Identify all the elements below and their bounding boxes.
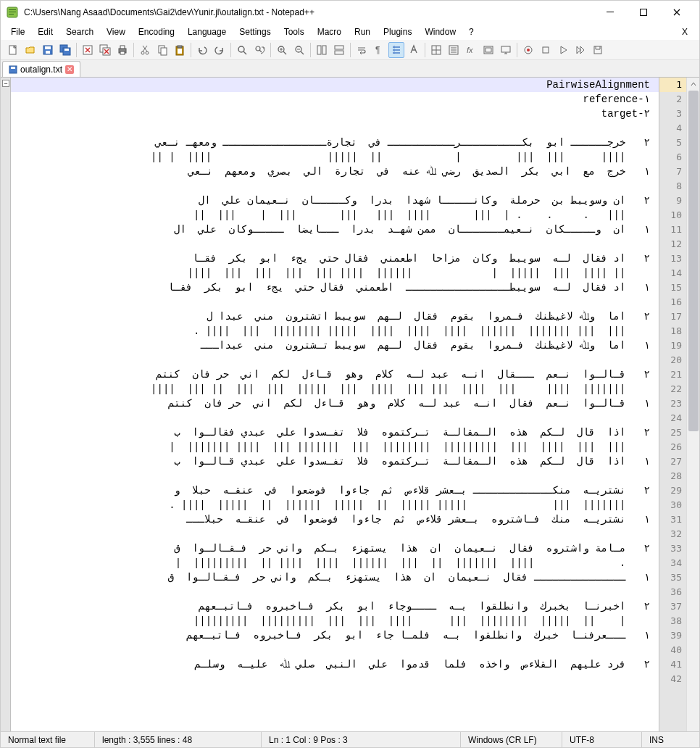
text-line[interactable]: [11, 643, 659, 657]
status-ins[interactable]: INS: [642, 732, 699, 747]
text-line[interactable]: reference-١: [11, 92, 659, 107]
text-line[interactable]: ٢ قـالـوا نـعم ـــقال انـه عبد لـه كلام …: [11, 367, 659, 382]
undo-icon[interactable]: [194, 42, 210, 58]
zoom-out-icon[interactable]: [291, 42, 307, 58]
menu-search[interactable]: Search: [60, 25, 99, 38]
scrollbar-thumb[interactable]: [688, 91, 699, 431]
minimize-button[interactable]: [593, 1, 627, 23]
menu-file[interactable]: File: [5, 25, 30, 38]
menu-edit[interactable]: Edit: [32, 25, 59, 38]
text-line[interactable]: ١ ـــعرفنـا خبرك وانطلقوا بـه فلمـا جاء …: [11, 628, 659, 643]
menu-settings[interactable]: Settings: [233, 25, 276, 38]
text-line[interactable]: ||||||| ||| ||||| ||||| || ||||| |||||| …: [11, 498, 659, 512]
text-line[interactable]: ||||||| |||| ||| |||| ||| ||| |||| ||| |…: [11, 382, 659, 396]
text-line[interactable]: [11, 121, 659, 136]
text-line[interactable]: ٢ اذا قال لـكم هذه الـمقالـة تـركتموه فل…: [11, 425, 659, 440]
text-line[interactable]: ٢ خرجــــــ ابو بكــــــــــرـــــــــــ…: [11, 136, 659, 150]
text-line[interactable]: ٢ نشتريـه منكـــــــــــــ بـعشر قلاءص ث…: [11, 483, 659, 498]
menu-tools[interactable]: Tools: [278, 25, 310, 38]
sync-v-icon[interactable]: [314, 42, 330, 58]
tab-outalign[interactable]: outalign.txt ✕: [2, 61, 80, 77]
text-line[interactable]: [11, 585, 659, 599]
paste-icon[interactable]: [172, 42, 188, 58]
open-file-icon[interactable]: [22, 42, 38, 58]
text-line[interactable]: ٢ اخبرنـا بخبرك وانطلقوا بـه ــــوجاء اب…: [11, 599, 659, 614]
doc-list-icon[interactable]: [446, 42, 462, 58]
menu-run[interactable]: Run: [349, 25, 376, 38]
text-line[interactable]: [11, 527, 659, 541]
monitor-icon[interactable]: [498, 42, 514, 58]
print-icon[interactable]: [114, 42, 130, 58]
sync-h-icon[interactable]: [331, 42, 347, 58]
text-line[interactable]: ٢ اما وﷲ لاغيظنك فـمروا بقوم فقال لـهم س…: [11, 309, 659, 324]
text-line[interactable]: ٢ مـامة واشتروه فقال نـعيمان ان هذا يسته…: [11, 541, 659, 556]
user-lang-icon[interactable]: [406, 42, 422, 58]
text-line[interactable]: | || ||||| |||||||| ||| |||| ||| ||| |||…: [11, 614, 659, 628]
text-line[interactable]: [11, 179, 659, 194]
text-line[interactable]: [11, 411, 659, 425]
redo-icon[interactable]: [212, 42, 228, 58]
text-line[interactable]: [11, 672, 659, 686]
text-area[interactable]: PairwiseAlignmentreference-١target-٢٢ خر…: [11, 78, 659, 743]
close-button[interactable]: [660, 1, 693, 23]
text-line[interactable]: [11, 237, 659, 252]
text-line[interactable]: ١ خرج مع ابي بكر الصديق رضي ﷲ عنه في تجا…: [11, 165, 659, 179]
new-file-icon[interactable]: [5, 42, 21, 58]
text-line[interactable]: ٢ ان وسويبط بن حرملة وكانـــــا شهدا بدر…: [11, 194, 659, 208]
stop-macro-icon[interactable]: [538, 42, 554, 58]
fold-toggle[interactable]: −: [2, 80, 9, 87]
menu-help[interactable]: ?: [463, 25, 480, 38]
play-macro-icon[interactable]: [555, 42, 571, 58]
maximize-button[interactable]: [627, 1, 660, 23]
function-list-icon[interactable]: fx: [463, 42, 479, 58]
text-line[interactable]: || |||| ||| ||||| | |||||| |||| ||| ||| …: [11, 266, 659, 280]
save-icon[interactable]: [40, 42, 56, 58]
text-line[interactable]: PairwiseAlignment: [11, 78, 659, 92]
menu-plugins[interactable]: Plugins: [378, 25, 417, 38]
close-all-icon[interactable]: [97, 42, 113, 58]
text-line[interactable]: ١ اما وﷲ لاغيظنك فـمروا بقوم فقال لـهم س…: [11, 338, 659, 353]
close-file-icon[interactable]: [80, 42, 96, 58]
record-macro-icon[interactable]: [520, 42, 536, 58]
text-line[interactable]: target-٢: [11, 107, 659, 121]
text-line[interactable]: . |||| ||||||| || ||| |||||| |||| |||| |…: [11, 556, 659, 570]
status-eol[interactable]: Windows (CR LF): [461, 732, 562, 747]
doc-map-icon[interactable]: [428, 42, 444, 58]
menu-encoding[interactable]: Encoding: [133, 25, 180, 38]
text-line[interactable]: ١ اد فقال لـه سويبطـــــــــــــــــ اطع…: [11, 280, 659, 295]
menu-macro[interactable]: Macro: [312, 25, 347, 38]
show-all-chars-icon[interactable]: ¶: [371, 42, 387, 58]
text-line[interactable]: ٢ فرد عليهم القلاءص واخذه فلما قدموا علي…: [11, 657, 659, 672]
tab-close-icon[interactable]: ✕: [65, 65, 74, 74]
copy-icon[interactable]: [154, 42, 170, 58]
scroll-up-icon[interactable]: [687, 78, 700, 91]
text-line[interactable]: ١ قـالـوا نـعم فقال انـه عبد لـه كلام وه…: [11, 396, 659, 411]
text-line[interactable]: ||| . . . | ||| |||| ||| ||| ||| | ||| |…: [11, 208, 659, 223]
text-line[interactable]: ١ نشتريـه منك فـاشتروه بـعشر قلاءص ثم جا…: [11, 512, 659, 527]
vertical-scrollbar[interactable]: [686, 78, 699, 743]
text-line[interactable]: ||| ||| ||||||| |||||| |||| |||| |||| ||…: [11, 324, 659, 338]
indent-guide-icon[interactable]: [388, 42, 404, 58]
text-line[interactable]: ||| ||| |||| ||| ||||||||| |||||||| ||| …: [11, 440, 659, 454]
text-line[interactable]: [11, 295, 659, 309]
text-line[interactable]: ١ ـــــــــــــــ فقال نـعيمان ان هذا يس…: [11, 570, 659, 585]
menu-trail-x[interactable]: X: [675, 25, 695, 38]
menu-view[interactable]: View: [101, 25, 131, 38]
folder-workspace-icon[interactable]: [480, 42, 496, 58]
menu-language[interactable]: Language: [182, 25, 232, 38]
text-line[interactable]: ١ اذا قال لـكم هذه الـمقالـة تـركتموه فل…: [11, 454, 659, 469]
text-line[interactable]: [11, 353, 659, 367]
text-line[interactable]: ١ ان وـــــكان نـعيمـــــــان ممن شهـد ب…: [11, 223, 659, 237]
menu-window[interactable]: Window: [419, 25, 462, 38]
find-icon[interactable]: [234, 42, 250, 58]
status-encoding[interactable]: UTF-8: [562, 732, 642, 747]
save-macro-icon[interactable]: [590, 42, 606, 58]
text-line[interactable]: [11, 469, 659, 483]
replace-icon[interactable]: [251, 42, 267, 58]
cut-icon[interactable]: [137, 42, 153, 58]
save-all-icon[interactable]: [57, 42, 73, 58]
play-multi-icon[interactable]: [572, 42, 588, 58]
word-wrap-icon[interactable]: [354, 42, 370, 58]
zoom-in-icon[interactable]: [274, 42, 290, 58]
text-line[interactable]: ٢ اد فقال لـه سويبط وكان مزاحا اطعمني فق…: [11, 252, 659, 266]
